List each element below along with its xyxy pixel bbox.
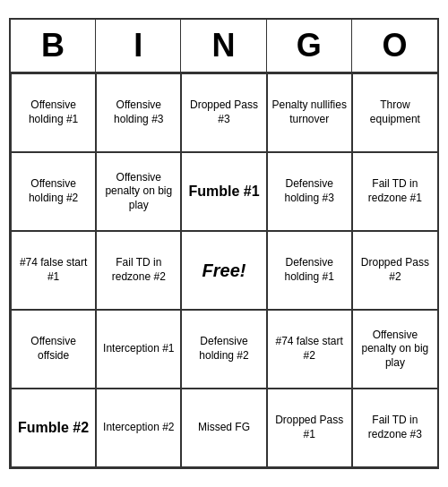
bingo-cell-5: Offensive holding #2 (11, 152, 96, 231)
bingo-cell-3: Penalty nullifies turnover (267, 73, 352, 152)
bingo-cell-23: Dropped Pass #1 (267, 389, 352, 467)
bingo-cell-11: Fail TD in redzone #2 (96, 231, 181, 310)
bingo-cell-2: Dropped Pass #3 (181, 73, 266, 152)
bingo-header: BINGO (11, 20, 437, 73)
bingo-cell-7: Fumble #1 (181, 152, 266, 231)
bingo-cell-10: #74 false start #1 (11, 231, 96, 310)
bingo-cell-8: Defensive holding #3 (267, 152, 352, 231)
bingo-cell-9: Fail TD in redzone #1 (352, 152, 437, 231)
bingo-cell-12: Free! (181, 231, 266, 310)
bingo-cell-6: Offensive penalty on big play (96, 152, 181, 231)
bingo-cell-22: Missed FG (181, 389, 266, 467)
bingo-cell-24: Fail TD in redzone #3 (352, 389, 437, 467)
bingo-cell-20: Fumble #2 (11, 389, 96, 467)
header-letter-n: N (181, 20, 266, 72)
bingo-cell-1: Offensive holding #3 (96, 73, 181, 152)
bingo-cell-17: Defensive holding #2 (181, 310, 266, 389)
bingo-card: BINGO Offensive holding #1Offensive hold… (9, 18, 439, 469)
bingo-cell-14: Dropped Pass #2 (352, 231, 437, 310)
header-letter-b: B (11, 20, 96, 72)
bingo-cell-4: Throw equipment (352, 73, 437, 152)
bingo-cell-0: Offensive holding #1 (11, 73, 96, 152)
bingo-cell-19: Offensive penalty on big play (352, 310, 437, 389)
bingo-cell-15: Offensive offside (11, 310, 96, 389)
header-letter-i: I (96, 20, 181, 72)
header-letter-g: G (267, 20, 352, 72)
bingo-cell-16: Interception #1 (96, 310, 181, 389)
bingo-cell-13: Defensive holding #1 (267, 231, 352, 310)
header-letter-o: O (352, 20, 437, 72)
bingo-grid: Offensive holding #1Offensive holding #3… (11, 73, 437, 467)
bingo-cell-18: #74 false start #2 (267, 310, 352, 389)
bingo-cell-21: Interception #2 (96, 389, 181, 467)
